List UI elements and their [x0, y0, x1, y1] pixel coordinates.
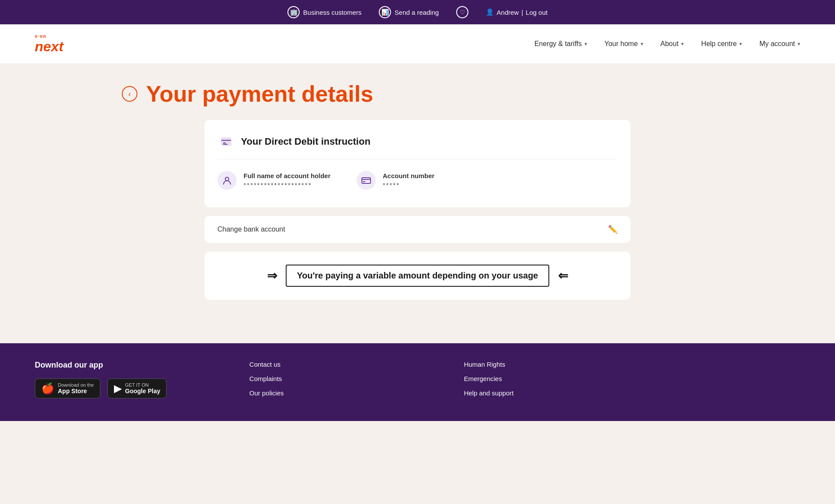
full-name-field: Full name of account holder ************… — [217, 171, 331, 190]
google-play-badge[interactable]: ▶ GET IT ON Google Play — [107, 378, 167, 398]
chevron-down-icon: ▾ — [798, 41, 800, 47]
arrow-right-icon: ⇒ — [267, 269, 277, 283]
apple-icon: 🍎 — [41, 382, 54, 395]
meter-icon: 📊 — [379, 6, 391, 18]
footer-contact-us[interactable]: Contact us — [249, 361, 429, 368]
arrow-left-icon: ⇐ — [558, 269, 568, 283]
page-header: ‹ Your payment details — [35, 81, 800, 107]
nav-items: Energy & tariffs ▾ Your home ▾ About ▾ H… — [534, 40, 800, 48]
business-customers-link[interactable]: 🏢 Business customers — [287, 6, 361, 18]
chevron-down-icon: ▾ — [681, 41, 684, 47]
nav-your-home[interactable]: Your home ▾ — [605, 40, 643, 48]
app-badges: 🍎 Download on the App Store ▶ GET IT ON … — [35, 378, 214, 398]
logo-next: next — [35, 39, 63, 55]
heart-icon-link[interactable]: ♡ — [456, 6, 468, 18]
direct-debit-icon — [217, 133, 235, 150]
page-title: Your payment details — [146, 81, 373, 107]
nav-energy-tariffs[interactable]: Energy & tariffs ▾ — [534, 40, 587, 48]
footer-links-col1: Contact us Complaints Our policies — [249, 361, 429, 404]
google-play-icon: ▶ — [114, 382, 122, 395]
app-store-badge[interactable]: 🍎 Download on the App Store — [35, 378, 100, 398]
footer-download-section: Download our app 🍎 Download on the App S… — [35, 361, 214, 404]
user-section: 👤 Andrew | Log out — [486, 8, 548, 16]
user-icon: 👤 — [486, 8, 494, 16]
footer-content: Download our app 🍎 Download on the App S… — [35, 361, 644, 404]
footer-complaints[interactable]: Complaints — [249, 375, 429, 382]
chevron-down-icon: ▾ — [739, 41, 742, 47]
logout-link[interactable]: Log out — [526, 9, 548, 16]
footer-emergencies[interactable]: Emergencies — [464, 375, 644, 382]
top-bar: 🏢 Business customers 📊 Send a reading ♡ … — [0, 0, 835, 24]
logo[interactable]: e·on next — [35, 33, 63, 55]
direct-debit-title: Your Direct Debit instruction — [241, 136, 371, 147]
nav-help-centre[interactable]: Help centre ▾ — [701, 40, 742, 48]
card-fields: Full name of account holder ************… — [217, 166, 618, 194]
direct-debit-card: Your Direct Debit instruction Full name … — [204, 120, 631, 207]
change-bank-label: Change bank account — [217, 225, 285, 233]
footer-human-rights[interactable]: Human Rights — [464, 361, 644, 368]
card-title-row: Your Direct Debit instruction — [217, 133, 618, 150]
svg-point-4 — [225, 177, 229, 181]
send-reading-link[interactable]: 📊 Send a reading — [379, 6, 439, 18]
back-button[interactable]: ‹ — [122, 86, 137, 102]
logo-eon: e·on — [35, 33, 63, 39]
edit-icon[interactable]: ✏️ — [608, 225, 618, 234]
change-bank-row[interactable]: Change bank account ✏️ — [204, 216, 631, 243]
footer-help-support[interactable]: Help and support — [464, 389, 644, 397]
business-icon: 🏢 — [287, 6, 300, 18]
footer-our-policies[interactable]: Our policies — [249, 389, 429, 397]
main-nav: e·on next Energy & tariffs ▾ Your home ▾… — [0, 24, 835, 63]
variable-payment-card: ⇒ You're paying a variable amount depend… — [204, 252, 631, 300]
account-number-field: Account number ***** — [357, 171, 434, 190]
footer: Download our app 🍎 Download on the App S… — [0, 343, 835, 421]
account-number-info: Account number ***** — [383, 172, 434, 189]
chevron-down-icon: ▾ — [584, 41, 587, 47]
heart-icon: ♡ — [456, 6, 468, 18]
card-icon — [357, 171, 376, 190]
svg-rect-5 — [362, 178, 371, 183]
nav-about[interactable]: About ▾ — [661, 40, 684, 48]
chevron-down-icon: ▾ — [641, 41, 643, 47]
person-icon — [217, 171, 237, 190]
full-name-info: Full name of account holder ************… — [244, 172, 331, 189]
nav-my-account[interactable]: My account ▾ — [759, 40, 800, 48]
variable-payment-text: You're paying a variable amount dependin… — [286, 265, 549, 287]
footer-download-title: Download our app — [35, 361, 214, 370]
card-divider — [217, 159, 618, 159]
footer-links-col2: Human Rights Emergencies Help and suppor… — [464, 361, 644, 404]
page-content: ‹ Your payment details Your Direct Debit… — [0, 63, 835, 326]
